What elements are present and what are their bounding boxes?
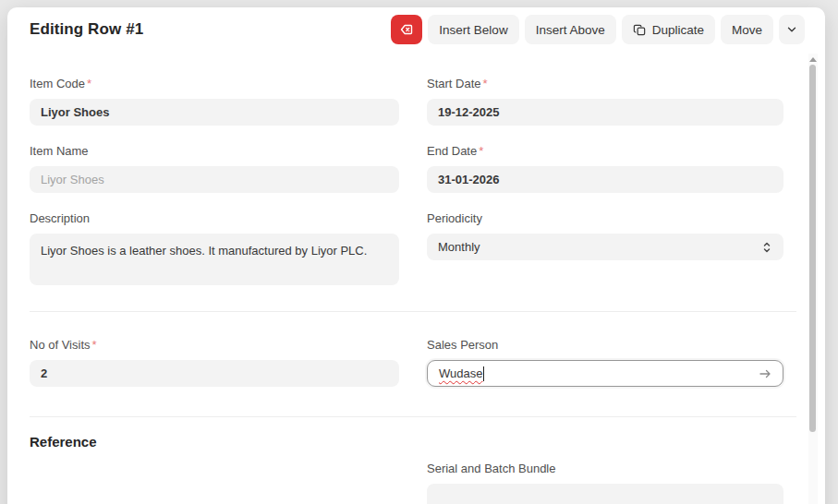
item-code-label: Item Code* xyxy=(30,77,399,91)
serial-and-batch-bundle-input[interactable] xyxy=(427,484,783,504)
periodicity-select[interactable]: Monthly xyxy=(427,234,783,260)
label-text: Item Name xyxy=(30,144,89,158)
sales-person-label: Sales Person xyxy=(427,338,783,353)
select-up-down-chevrons-icon xyxy=(761,241,772,254)
section-divider xyxy=(30,311,796,312)
label-text: Description xyxy=(30,211,90,225)
sales-person-field: Sales Person Wudase xyxy=(427,338,783,387)
duplicate-button[interactable]: Duplicate xyxy=(622,15,715,44)
serial-and-batch-bundle-label: Serial and Batch Bundle xyxy=(427,462,783,476)
required-asterisk: * xyxy=(87,77,91,90)
reference-section-right: Serial and Batch Bundle xyxy=(427,434,783,504)
start-date-label: Start Date* xyxy=(427,77,783,91)
end-date-label: End Date* xyxy=(427,144,783,159)
duplicate-button-label: Duplicate xyxy=(652,23,704,37)
edit-row-dialog: Editing Row #1 Insert Below Insert Above xyxy=(7,7,825,504)
section-divider xyxy=(30,416,796,417)
move-button[interactable]: Move xyxy=(721,15,773,44)
start-date-field: Start Date* 19-12-2025 xyxy=(427,77,783,126)
insert-above-button[interactable]: Insert Above xyxy=(525,15,616,44)
label-text: Periodicity xyxy=(427,211,482,225)
item-code-input[interactable]: Liyor Shoes xyxy=(30,99,399,126)
item-name-field: Item Name Liyor Shoes xyxy=(30,144,399,193)
label-text: Start Date xyxy=(427,77,481,90)
backspace-delete-icon xyxy=(399,22,414,37)
reference-section-heading: Reference xyxy=(30,434,399,450)
periodicity-selected-value: Monthly xyxy=(438,240,480,254)
no-of-visits-field: No of Visits* 2 xyxy=(30,338,399,387)
text-caret xyxy=(483,366,484,381)
description-textarea[interactable]: Liyor Shoes is a leather shoes. It manuf… xyxy=(30,234,399,285)
periodicity-label: Periodicity xyxy=(427,211,783,226)
end-date-input[interactable]: 31-01-2026 xyxy=(427,166,783,193)
sales-person-value: Wudase xyxy=(439,366,482,380)
chevron-down-icon xyxy=(785,23,798,36)
serial-and-batch-bundle-field: Serial and Batch Bundle xyxy=(427,462,783,504)
description-label: Description xyxy=(30,211,399,226)
scrollbar[interactable] xyxy=(808,54,818,504)
label-text: Sales Person xyxy=(427,338,498,352)
link-arrow-icon[interactable] xyxy=(759,368,771,379)
dialog-header: Editing Row #1 Insert Below Insert Above xyxy=(7,7,825,44)
periodicity-field: Periodicity Monthly xyxy=(427,211,783,285)
more-options-button[interactable] xyxy=(779,15,805,44)
start-date-input[interactable]: 19-12-2025 xyxy=(427,99,783,126)
scrollbar-up-arrow[interactable] xyxy=(809,57,817,62)
page-background: Editing Row #1 Insert Below Insert Above xyxy=(0,0,838,504)
reference-section: Reference xyxy=(30,434,399,504)
end-date-field: End Date* 31-01-2026 xyxy=(427,144,783,193)
scrollbar-thumb[interactable] xyxy=(809,65,816,432)
description-field: Description Liyor Shoes is a leather sho… xyxy=(30,211,399,285)
item-name-input[interactable]: Liyor Shoes xyxy=(30,166,399,193)
delete-row-button[interactable] xyxy=(391,15,422,44)
no-of-visits-input[interactable]: 2 xyxy=(30,360,399,387)
dialog-body: Item Code* Liyor Shoes Start Date* 19-12… xyxy=(7,44,825,504)
required-asterisk: * xyxy=(92,338,97,352)
insert-below-button[interactable]: Insert Below xyxy=(428,15,518,44)
required-asterisk: * xyxy=(479,144,483,158)
required-asterisk: * xyxy=(483,77,488,90)
sales-person-input[interactable]: Wudase xyxy=(427,360,783,387)
item-name-label: Item Name xyxy=(30,144,399,159)
copy-icon xyxy=(633,23,647,37)
dialog-title: Editing Row #1 xyxy=(30,20,143,39)
item-code-field: Item Code* Liyor Shoes xyxy=(30,77,399,126)
header-actions: Insert Below Insert Above Duplicate Move xyxy=(391,15,805,44)
label-text: End Date xyxy=(427,144,477,158)
no-of-visits-label: No of Visits* xyxy=(30,338,399,353)
label-text: Serial and Batch Bundle xyxy=(427,462,555,475)
label-text: Item Code xyxy=(30,77,85,90)
label-text: No of Visits xyxy=(30,338,91,352)
